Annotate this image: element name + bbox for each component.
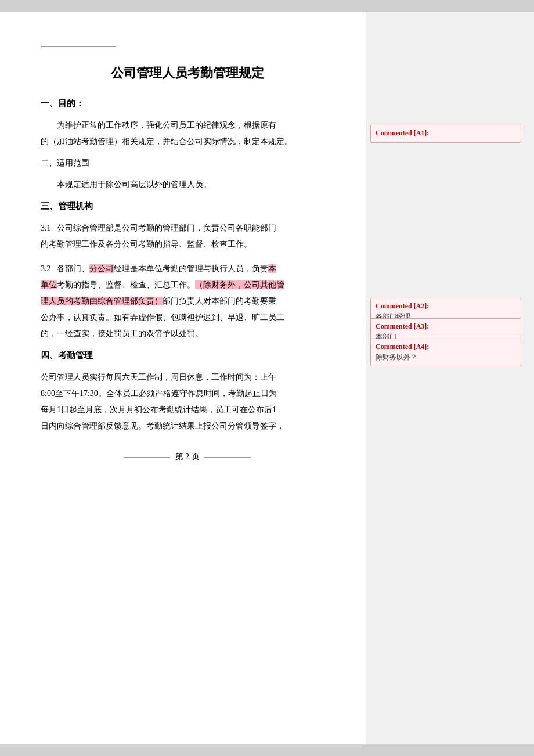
section-4-paragraph: 公司管理人员实行每周六天工作制，周日休息，工作时间为：上午 8:00至下午17:… xyxy=(41,369,334,434)
page-wrapper: 公司管理人员考勤管理规定 一、目的： 为维护正常的工作秩序，强化公司员工的纪律观… xyxy=(0,12,534,744)
comment-A3-header: Commented [A3]: xyxy=(376,322,516,331)
section-1-paragraph: 为维护正常的工作秩序，强化公司员工的纪律观念，根据原有 的（加油站考勤管理）相关… xyxy=(41,117,334,150)
highlight-branch-company: 分公司 xyxy=(89,264,114,273)
footer-line-left xyxy=(124,457,170,458)
page-number: 第 2 页 xyxy=(175,452,200,461)
comment-A4-header: Commented [A4]: xyxy=(376,343,516,351)
comment-A4[interactable]: Commented [A4]: 除财务以外？ xyxy=(370,339,521,366)
section-3-heading: 三、管理机构 xyxy=(41,201,334,212)
section-4-heading: 四、考勤管理 xyxy=(41,350,334,361)
top-decorative-line xyxy=(41,46,116,47)
footer-line-right xyxy=(204,457,251,458)
section-3-para-1: 3.1 公司综合管理部是公司考勤的管理部门，负责公司各职能部门 的考勤管理工作及… xyxy=(41,220,334,253)
comments-area: Commented [A1]: Commented [A2]: 各部门经理 Co… xyxy=(366,12,534,744)
highlight-finance-exception: （除财务外，公司其他管 理人员的考勤由综合管理部负责） xyxy=(41,280,284,305)
section-2-heading: 二、适用范围 xyxy=(41,158,334,168)
comment-A4-text: 除财务以外？ xyxy=(376,352,516,362)
section-2: 二、适用范围 本规定适用于除公司高层以外的管理人员。 xyxy=(41,158,334,193)
page-footer: 第 2 页 xyxy=(41,452,334,462)
document-area: 公司管理人员考勤管理规定 一、目的： 为维护正常的工作秩序，强化公司员工的纪律观… xyxy=(0,12,366,744)
comment-A1-header: Commented [A1]: xyxy=(376,129,516,138)
section-3-para-2: 3.2 各部门、分公司经理是本单位考勤的管理与执行人员，负责本 单位考勤的指导、… xyxy=(41,261,334,342)
comment-A2-header: Commented [A2]: xyxy=(376,302,516,311)
section-1-heading: 一、目的： xyxy=(41,98,334,109)
section-3: 三、管理机构 3.1 公司综合管理部是公司考勤的管理部门，负责公司各职能部门 的… xyxy=(41,201,334,342)
comment-A1[interactable]: Commented [A1]: xyxy=(370,125,521,143)
section-4: 四、考勤管理 公司管理人员实行每周六天工作制，周日休息，工作时间为：上午 8:0… xyxy=(41,350,334,434)
link-attendance-management[interactable]: 加油站考勤管理 xyxy=(57,137,114,146)
document-title: 公司管理人员考勤管理规定 xyxy=(41,64,334,82)
section-1: 一、目的： 为维护正常的工作秩序，强化公司员工的纪律观念，根据原有 的（加油站考… xyxy=(41,98,334,150)
section-2-paragraph: 本规定适用于除公司高层以外的管理人员。 xyxy=(41,177,334,193)
